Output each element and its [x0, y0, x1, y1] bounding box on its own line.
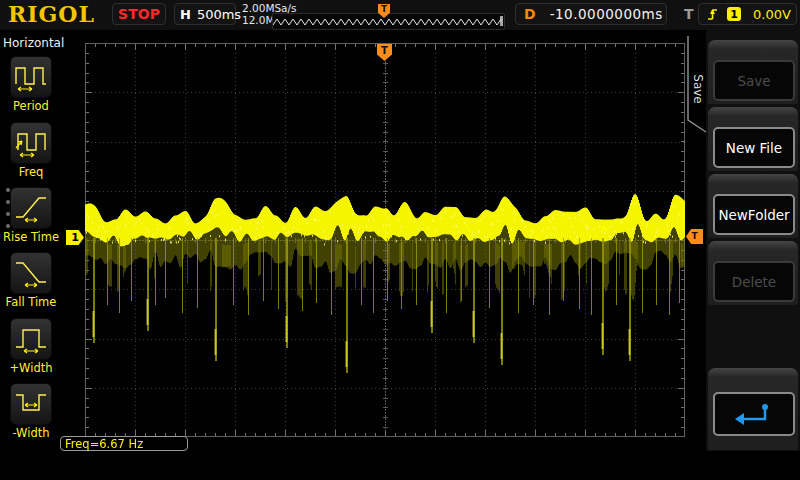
preview-scroll-bracket: [500, 16, 503, 26]
delay-readout[interactable]: D -10.0000000ms: [515, 3, 667, 25]
menu-section: New File: [708, 107, 798, 171]
run-state-indicator[interactable]: STOP: [112, 3, 166, 25]
left-measure-menu: Horizontal Period Freq Rise Time: [0, 30, 62, 450]
rigol-logo: RIGOL: [8, 1, 95, 27]
trigger-level-value: 0.00V: [753, 7, 791, 22]
delete-button[interactable]: Delete: [713, 261, 795, 302]
back-button[interactable]: [713, 392, 795, 436]
channel-status-bar: 1 ~ 20.0mV B 2 5.00 V 3 2.00 V 4 1.00 V: [0, 451, 800, 480]
menu-page-dot: [6, 188, 10, 192]
trigger-label: T: [684, 6, 694, 22]
freq-icon: [10, 122, 52, 164]
delay-value: -10.0000000ms: [550, 6, 663, 22]
rising-edge-icon: [706, 6, 719, 22]
measure-item-fall-time[interactable]: Fall Time: [0, 252, 62, 309]
horizontal-timebase-control[interactable]: H 500ms: [174, 3, 236, 25]
period-icon: [10, 56, 52, 98]
new-folder-button[interactable]: NewFolder: [713, 194, 795, 235]
menu-page-dot: [6, 200, 10, 204]
measure-item-freq[interactable]: Freq: [0, 122, 62, 179]
menu-section: NewFolder: [708, 174, 798, 238]
fall-time-icon: [10, 252, 52, 294]
trigger-level-marker[interactable]: T: [686, 229, 703, 244]
menu-section: Delete: [708, 241, 798, 305]
minus-width-icon: [10, 383, 52, 425]
delay-label: D: [524, 6, 536, 22]
save-button[interactable]: Save: [713, 60, 795, 101]
waveform-preview-strip[interactable]: [272, 13, 505, 30]
timebase-value: 500ms: [197, 7, 241, 22]
top-status-bar: RIGOL STOP H 500ms 2.00MSa/s 12.0M pts T…: [0, 0, 800, 31]
trigger-readout[interactable]: 1 0.00V: [698, 3, 797, 25]
menu-page-dot: [6, 212, 10, 216]
measure-item-plus-width[interactable]: +Width: [0, 318, 62, 375]
trigger-source-badge: 1: [727, 7, 741, 21]
menu-section: Save: [708, 40, 798, 104]
return-arrow-icon: [732, 400, 776, 428]
menu-page-dot: [6, 224, 10, 228]
new-file-button[interactable]: New File: [713, 127, 795, 168]
oscilloscope-screen: RIGOL STOP H 500ms 2.00MSa/s 12.0M pts T…: [0, 0, 800, 480]
frequency-counter-readout: Freq=6.67 Hz: [60, 436, 188, 451]
measure-item-period[interactable]: Period: [0, 56, 62, 113]
channel1-position-marker[interactable]: 1: [66, 230, 84, 245]
measure-item-minus-width[interactable]: -Width: [0, 383, 62, 440]
menu-tab-save: Save: [691, 69, 705, 109]
horizontal-label: H: [180, 7, 191, 22]
waveform-display: [85, 43, 685, 437]
plus-width-icon: [10, 318, 52, 360]
menu-section: [708, 368, 798, 450]
rise-time-icon: [10, 187, 52, 229]
left-menu-title: Horizontal: [3, 36, 64, 50]
